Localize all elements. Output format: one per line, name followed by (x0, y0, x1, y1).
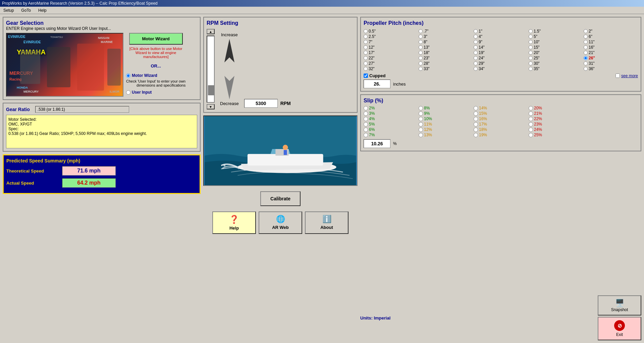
exit-button[interactable]: ⊘ Exit (598, 317, 641, 340)
pitch-radio-14[interactable] (584, 40, 588, 44)
rpm-down-button[interactable]: ▼ (207, 104, 215, 109)
pitch-radio-item: 27" (364, 61, 418, 66)
slip-radio-28[interactable] (529, 133, 533, 137)
pitch-radio-39[interactable] (584, 67, 588, 71)
slip-radio-13[interactable] (529, 117, 533, 121)
pitch-radio-19[interactable] (584, 45, 588, 49)
cupped-left: Cupped (364, 73, 385, 78)
help-button[interactable]: ❓ Help (212, 211, 256, 234)
slip-radio-2[interactable] (474, 106, 478, 110)
menu-goto[interactable]: GoTo (19, 7, 33, 13)
cupped-checkbox[interactable] (364, 74, 368, 78)
pitch-radio-2[interactable] (474, 29, 478, 33)
slip-radio-11[interactable] (419, 117, 423, 121)
slip-radio-21[interactable] (419, 128, 423, 132)
pitch-radio-34[interactable] (584, 61, 588, 65)
slip-radio-item (584, 122, 638, 127)
pitch-label: 0.5" (369, 29, 376, 34)
pitch-radio-37[interactable] (474, 67, 478, 71)
pitch-radio-28[interactable] (529, 56, 533, 60)
exit-icon: ⊘ (614, 320, 625, 331)
pitch-radio-13[interactable] (529, 40, 533, 44)
pitch-radio-7[interactable] (474, 35, 478, 39)
slip-radio-22[interactable] (474, 128, 478, 132)
pitch-radio-26[interactable] (419, 56, 423, 60)
pitch-radio-24[interactable] (584, 51, 588, 55)
motor-wizard-button[interactable]: Motor Wizard (129, 33, 183, 45)
pitch-radio-23[interactable] (529, 51, 533, 55)
slip-radio-1[interactable] (419, 106, 423, 110)
pitch-radio-33[interactable] (529, 61, 533, 65)
pitch-radio-item: 7" (364, 40, 418, 44)
slip-radio-18[interactable] (529, 122, 533, 127)
slip-radio-15[interactable] (364, 122, 368, 127)
svg-point-12 (223, 164, 225, 166)
slip-radio-25[interactable] (364, 133, 368, 137)
snapshot-button[interactable]: 🖥️ Snapshot (598, 295, 641, 315)
rpm-up-button[interactable]: ▲ (207, 29, 215, 34)
slip-radio-7[interactable] (474, 111, 478, 116)
slip-radio-10[interactable] (364, 117, 368, 121)
slip-radio-20[interactable] (364, 128, 368, 132)
pitch-radio-38[interactable] (529, 67, 533, 71)
pitch-radio-9[interactable] (584, 35, 588, 39)
pitch-radio-25[interactable] (364, 56, 368, 60)
pitch-radio-31[interactable] (419, 61, 423, 65)
about-button[interactable]: ℹ️ About (305, 211, 348, 234)
slip-radio-26[interactable] (419, 133, 423, 137)
pitch-radio-35[interactable] (364, 67, 368, 71)
pitch-radio-10[interactable] (364, 40, 368, 44)
pitch-input[interactable] (364, 80, 390, 88)
middle-panel: RPM Setting ▲ ▼ Increase (203, 17, 358, 340)
slip-input[interactable] (364, 139, 390, 148)
motor-wizard-radio[interactable] (126, 74, 130, 78)
slip-radio-17[interactable] (474, 122, 478, 127)
pitch-radio-3[interactable] (529, 29, 533, 33)
slip-radio-6[interactable] (419, 111, 423, 116)
pitch-radio-8[interactable] (529, 35, 533, 39)
menu-bar: Setup GoTo Help (0, 7, 644, 14)
pitch-radio-12[interactable] (474, 40, 478, 44)
slip-radio-16[interactable] (419, 122, 423, 127)
pitch-radio-11[interactable] (419, 40, 423, 44)
pitch-radio-item: 2.5" (364, 34, 418, 39)
pitch-radio-0[interactable] (364, 29, 368, 33)
pitch-radio-22[interactable] (474, 51, 478, 55)
slip-radio-item: 13% (419, 133, 473, 137)
calibrate-button[interactable]: Calibrate (260, 191, 301, 206)
pitch-radio-item: 6" (584, 34, 638, 39)
see-more-link[interactable]: see more (621, 74, 638, 78)
pitch-radio-29[interactable] (584, 56, 588, 60)
pitch-radio-32[interactable] (474, 61, 478, 65)
pitch-radio-17[interactable] (474, 45, 478, 49)
user-input-radio[interactable] (126, 90, 130, 95)
slip-radio-27[interactable] (474, 133, 478, 137)
pitch-radio-6[interactable] (419, 35, 423, 39)
pitch-radio-4[interactable] (584, 29, 588, 33)
pitch-radio-16[interactable] (419, 45, 423, 49)
slip-radio-12[interactable] (474, 117, 478, 121)
slip-radio-8[interactable] (529, 111, 533, 116)
slip-radio-5[interactable] (364, 111, 368, 116)
pitch-radio-5[interactable] (364, 35, 368, 39)
pitch-radio-21[interactable] (419, 51, 423, 55)
pitch-radio-36[interactable] (419, 67, 423, 71)
pitch-radio-20[interactable] (364, 51, 368, 55)
rpm-input[interactable] (244, 99, 278, 108)
slip-radio-3[interactable] (529, 106, 533, 110)
menu-help[interactable]: Help (36, 7, 49, 13)
gear-ratio-input[interactable] (35, 106, 129, 113)
rpm-slider-track[interactable] (207, 36, 215, 103)
see-more-checkbox[interactable] (615, 74, 620, 78)
pitch-radio-18[interactable] (529, 45, 533, 49)
ar-web-button[interactable]: 🌐 AR Web (259, 211, 302, 234)
slip-radio-23[interactable] (529, 128, 533, 132)
pitch-radio-27[interactable] (474, 56, 478, 60)
slip-radio-item: 10% (419, 116, 473, 121)
pitch-radio-15[interactable] (364, 45, 368, 49)
menu-setup[interactable]: Setup (1, 7, 16, 13)
pitch-radio-30[interactable] (364, 61, 368, 65)
pitch-label: 4" (479, 34, 482, 39)
slip-radio-0[interactable] (364, 106, 368, 110)
pitch-radio-1[interactable] (419, 29, 423, 33)
